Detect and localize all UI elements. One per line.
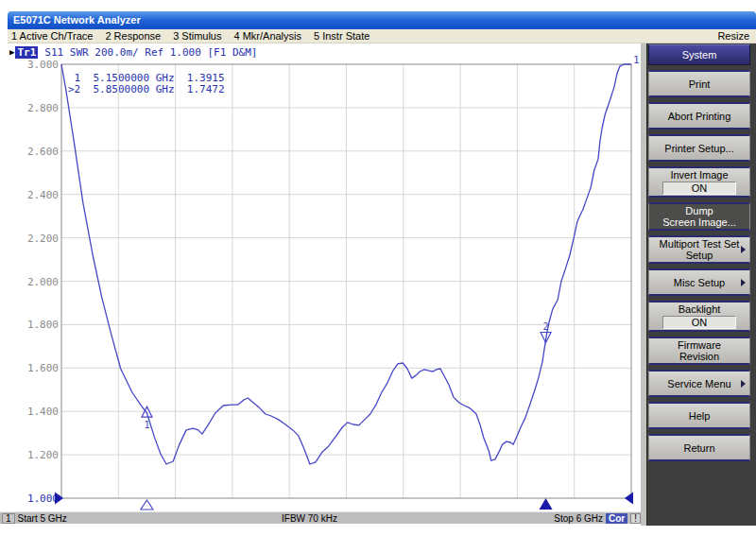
softkey-scroll-strip[interactable] bbox=[641, 43, 647, 526]
y-axis-label: 3.000 bbox=[17, 59, 59, 71]
marker-2-number: 2 bbox=[543, 321, 549, 332]
softkey-printer-setup[interactable]: Printer Setup... bbox=[648, 134, 750, 162]
reference-level-triangle-right[interactable] bbox=[625, 493, 633, 505]
softkey-service-menu[interactable]: Service Menu bbox=[648, 370, 750, 397]
y-axis-label: 1.200 bbox=[17, 449, 59, 461]
y-axis-label: 2.400 bbox=[17, 189, 59, 201]
warning-badge: ! bbox=[630, 513, 641, 524]
softkey-multiport-test-set-setup[interactable]: Multiport Test SetSetup bbox=[648, 235, 750, 264]
submenu-arrow-icon bbox=[741, 246, 746, 253]
softkey-return[interactable]: Return bbox=[648, 434, 750, 461]
softkey-state-value: ON bbox=[662, 182, 736, 195]
softkey-sidebar: System PrintAbort PrintingPrinter Setup.… bbox=[641, 43, 756, 526]
menu-item-stimulus[interactable]: 3 Stimulus bbox=[173, 29, 221, 43]
marker-1-stimulus-indicator[interactable] bbox=[141, 500, 153, 510]
softkey-label: Dump bbox=[685, 205, 713, 216]
softkey-help[interactable]: Help bbox=[648, 402, 750, 429]
softkey-label: Screen Image... bbox=[662, 216, 736, 228]
trace-annotation-bar: ▶ Tr1 S11 SWR 200.0m/ Ref 1.000 [F1 D&M] bbox=[9, 46, 257, 59]
menu-item-active-ch-trace[interactable]: 1 Active Ch/Trace bbox=[11, 29, 93, 43]
softkey-label: Printer Setup... bbox=[664, 143, 733, 154]
marker-readout: 1 5.1500000 GHz 1.3915>2 5.8500000 GHz 1… bbox=[68, 73, 225, 95]
softkey-label: Print bbox=[689, 78, 711, 90]
resize-button[interactable]: Resize bbox=[717, 29, 756, 43]
softkey-state-value: ON bbox=[662, 316, 736, 329]
softkey-menu-title: System bbox=[648, 44, 750, 65]
channel-number-box: 1 bbox=[2, 513, 15, 524]
trace-id-badge[interactable]: Tr1 bbox=[15, 46, 38, 59]
trace-number-label: 1 bbox=[633, 54, 640, 66]
y-axis-label: 1.800 bbox=[17, 319, 59, 331]
softkey-abort-printing[interactable]: Abort Printing bbox=[648, 102, 750, 130]
e5071c-screen: { "window": { "title": "E5071C Network A… bbox=[0, 0, 756, 536]
trace-format-text[interactable]: S11 SWR 200.0m/ Ref 1.000 [F1 D&M] bbox=[44, 46, 257, 59]
softkey-label: Return bbox=[683, 442, 714, 454]
y-axis-label: 2.000 bbox=[17, 276, 59, 288]
softkey-firmware-revision[interactable]: FirmwareRevision bbox=[648, 337, 750, 365]
title-bar: E5071C Network Analyzer bbox=[8, 11, 756, 29]
graticule-border bbox=[61, 64, 631, 498]
status-right-group: Stop 6 GHz Cor ! bbox=[554, 513, 643, 524]
marker-readout-row: >2 5.8500000 GHz 1.7472 bbox=[68, 84, 225, 95]
softkey-label: Invert Image bbox=[670, 169, 728, 181]
status-bar: 1 Start 5 GHz IFBW 70 kHz Stop 6 GHz Cor… bbox=[0, 511, 643, 524]
y-axis-label: 2.800 bbox=[17, 102, 59, 114]
start-frequency-label: Start 5 GHz bbox=[18, 513, 67, 524]
softkey-label: Misc Setup bbox=[674, 277, 725, 288]
correction-badge: Cor bbox=[606, 513, 627, 524]
marker-2-stimulus-indicator[interactable] bbox=[540, 498, 553, 510]
softkey-backlight[interactable]: BacklightON bbox=[648, 301, 750, 332]
ifbw-label: IFBW 70 kHz bbox=[282, 513, 337, 524]
trace-tr1 bbox=[61, 64, 631, 464]
softkey-label: Multiport Test Set bbox=[660, 238, 740, 250]
menu-item-response[interactable]: 2 Response bbox=[105, 29, 161, 43]
softkey-label: Setup bbox=[686, 250, 713, 261]
softkey-dump-screen-image[interactable]: DumpScreen Image... bbox=[648, 202, 750, 231]
marker-1-number: 1 bbox=[144, 420, 149, 430]
menu-items: 1 Active Ch/Trace2 Response3 Stimulus4 M… bbox=[8, 29, 369, 43]
menu-bar: 1 Active Ch/Trace2 Response3 Stimulus4 M… bbox=[8, 29, 756, 43]
y-axis-reference-label: 1.000 bbox=[17, 493, 59, 505]
marker-2-glyph[interactable] bbox=[541, 333, 551, 343]
softkey-label: Firmware bbox=[678, 339, 721, 351]
softkey-misc-setup[interactable]: Misc Setup bbox=[648, 268, 750, 296]
submenu-arrow-icon bbox=[741, 380, 746, 388]
softkey-label: Revision bbox=[679, 351, 719, 362]
softkey-label: Service Menu bbox=[667, 378, 730, 389]
y-axis-label: 2.600 bbox=[17, 146, 59, 158]
active-trace-arrow-icon: ▶ bbox=[9, 46, 14, 59]
submenu-arrow-icon bbox=[741, 279, 746, 286]
softkey-print[interactable]: Print bbox=[648, 70, 750, 97]
softkey-label: Abort Printing bbox=[668, 111, 731, 122]
y-axis-label: 2.200 bbox=[17, 233, 59, 245]
marker-1-glyph[interactable] bbox=[142, 406, 152, 417]
y-axis-label: 1.600 bbox=[17, 362, 59, 374]
y-axis-label: 1.400 bbox=[17, 406, 59, 418]
softkey-invert-image[interactable]: Invert ImageON bbox=[648, 166, 750, 198]
softkey-label: Help bbox=[689, 410, 711, 422]
softkey-column: System PrintAbort PrintingPrinter Setup.… bbox=[648, 44, 750, 461]
softkey-label: Backlight bbox=[679, 303, 721, 315]
menu-item-instr-state[interactable]: 5 Instr State bbox=[314, 29, 369, 43]
menu-item-mkr-analysis[interactable]: 4 Mkr/Analysis bbox=[233, 29, 301, 43]
stop-frequency-label: Stop 6 GHz bbox=[554, 513, 603, 524]
window-title: E5071C Network Analyzer bbox=[13, 14, 141, 26]
